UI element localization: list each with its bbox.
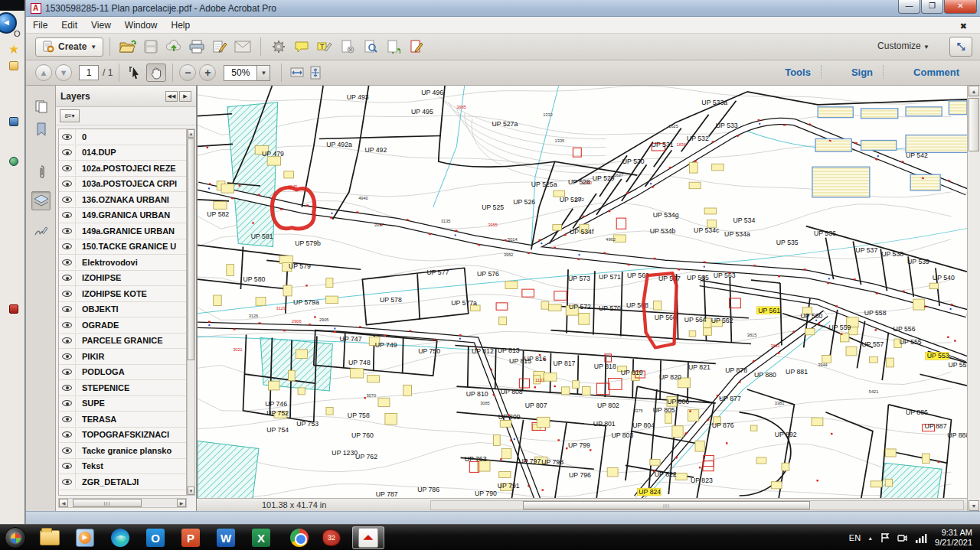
restore-button[interactable]: ❐	[921, 0, 943, 14]
layer-row[interactable]: 0	[59, 129, 186, 145]
layer-visibility-eye-icon[interactable]	[59, 365, 76, 379]
menu-view[interactable]: View	[84, 18, 118, 33]
layer-row[interactable]: Tekst	[59, 459, 186, 475]
layer-row[interactable]: 136.OZNAKA URBANI	[59, 192, 186, 208]
layer-visibility-eye-icon[interactable]	[59, 255, 76, 269]
scroll-right-icon[interactable]: ▶	[177, 499, 186, 507]
layers-horizontal-scrollbar[interactable]: ◀ III ▶	[58, 498, 187, 508]
tab-tools[interactable]: Tools	[775, 67, 821, 78]
network-plug-icon[interactable]	[897, 532, 909, 543]
comment-bubble-icon[interactable]	[290, 37, 313, 57]
layer-row[interactable]: TOPOGRAFSKIZNACI	[59, 428, 186, 444]
layers-panel-icon[interactable]	[31, 191, 51, 210]
tab-comment[interactable]: Comment	[903, 67, 969, 78]
save-button[interactable]	[139, 37, 162, 57]
doc-scroll-up-icon[interactable]: ▲	[969, 86, 979, 96]
hand-tool-button[interactable]	[146, 63, 166, 82]
reading-mode-icon[interactable]: ⤡	[949, 37, 972, 57]
layer-row[interactable]: OGRADE	[59, 317, 186, 334]
previous-page-button[interactable]: ▲	[35, 64, 52, 81]
globe-icon[interactable]	[9, 157, 18, 166]
layer-row[interactable]: 103a.POSTOJECA CRPI	[59, 177, 186, 193]
layer-visibility-eye-icon[interactable]	[59, 474, 76, 489]
layer-row[interactable]: SUPE	[59, 396, 186, 412]
taskbar-edge[interactable]	[104, 526, 136, 549]
collapse-panel-icon[interactable]: ◀◀	[165, 91, 178, 102]
fit-page-icon[interactable]	[306, 63, 325, 82]
taskbar-clock[interactable]: 9:31 AM 9/21/2021	[935, 528, 975, 548]
layer-visibility-eye-icon[interactable]	[59, 161, 76, 175]
open-file-button[interactable]	[116, 37, 139, 57]
zoom-out-button[interactable]: −	[179, 64, 196, 81]
layer-visibility-eye-icon[interactable]	[59, 459, 76, 474]
print-button[interactable]	[185, 37, 208, 57]
menu-edit[interactable]: Edit	[54, 18, 84, 33]
fit-width-icon[interactable]	[288, 63, 306, 82]
expand-panel-icon[interactable]: ▶	[179, 91, 191, 102]
titlebar[interactable]: 1530598285-11 Plan parcelacije.pdf - Ado…	[26, 0, 980, 17]
document-vertical-scrollbar[interactable]: ▲ ▼	[967, 86, 980, 511]
layer-visibility-eye-icon[interactable]	[59, 380, 76, 395]
layer-visibility-eye-icon[interactable]	[59, 192, 76, 207]
document-hscroll-thumb[interactable]: III	[523, 501, 810, 509]
bookmarks-icon[interactable]	[31, 119, 51, 138]
layer-visibility-eye-icon[interactable]	[59, 317, 76, 332]
pdf-map-canvas[interactable]: 4945494039573955395213421340133513323985…	[197, 86, 967, 498]
next-page-button[interactable]: ▼	[55, 64, 72, 81]
email-button[interactable]	[231, 37, 254, 57]
tray-expand-icon[interactable]: ▲	[867, 535, 873, 541]
taskbar-chrome[interactable]	[283, 526, 315, 549]
select-tool-icon[interactable]	[126, 63, 144, 82]
create-button[interactable]: Create▼	[35, 37, 103, 57]
layer-row[interactable]: OBJEKTI	[59, 302, 186, 318]
layer-visibility-eye-icon[interactable]	[59, 349, 76, 363]
signatures-icon[interactable]	[31, 222, 51, 241]
layer-visibility-eye-icon[interactable]	[59, 428, 76, 442]
layer-row[interactable]: 149a.GRANICE URBAN	[59, 223, 186, 239]
red-app-icon[interactable]	[9, 304, 18, 314]
minimize-button[interactable]: —	[898, 0, 920, 14]
taskbar-outlook[interactable]: O	[139, 526, 172, 549]
doc-scroll-down-icon[interactable]: ▼	[969, 500, 979, 511]
document-vscroll-thumb[interactable]	[969, 98, 979, 151]
layer-row[interactable]: IZOHIPSE	[59, 271, 186, 287]
taskbar-explorer[interactable]	[34, 526, 66, 549]
layer-visibility-eye-icon[interactable]	[59, 286, 76, 301]
zoom-in-button[interactable]: +	[199, 64, 216, 81]
layer-row[interactable]: IZOHIPSE KOTE	[59, 286, 186, 302]
layer-row[interactable]: 014.DUP	[59, 145, 186, 161]
scroll-down-icon[interactable]: ▼	[188, 487, 194, 495]
layer-visibility-eye-icon[interactable]	[59, 145, 76, 160]
layer-visibility-eye-icon[interactable]	[59, 334, 76, 348]
export-page-icon[interactable]	[382, 37, 405, 57]
computer-icon[interactable]	[9, 117, 18, 126]
layer-visibility-eye-icon[interactable]	[59, 412, 76, 426]
taskbar-powerpoint[interactable]: P	[175, 526, 207, 549]
menubar-close-icon[interactable]: ✖	[953, 19, 974, 34]
layers-vertical-scrollbar[interactable]: ▲ ▼	[187, 129, 195, 496]
layer-row[interactable]: Tacke granice plansko	[59, 443, 186, 459]
menu-window[interactable]: Window	[118, 18, 165, 33]
edit-page-icon[interactable]	[405, 37, 428, 57]
favorites-star-icon[interactable]	[9, 44, 18, 54]
layer-visibility-eye-icon[interactable]	[59, 443, 76, 457]
layer-visibility-eye-icon[interactable]	[59, 223, 76, 238]
layer-row[interactable]: Elektrovodovi	[59, 255, 186, 271]
attachments-paperclip-icon[interactable]	[31, 162, 51, 181]
layer-visibility-eye-icon[interactable]	[59, 177, 76, 191]
layers-hscroll-thumb[interactable]: III	[73, 499, 142, 507]
signal-bars-icon[interactable]	[916, 533, 928, 543]
scroll-up-icon[interactable]: ▲	[188, 129, 194, 138]
layer-row[interactable]: PIKIR	[59, 349, 186, 365]
layer-row[interactable]: STEPENICE	[59, 380, 186, 396]
action-center-flag-icon[interactable]	[880, 532, 890, 543]
layer-visibility-eye-icon[interactable]	[59, 129, 76, 144]
page-number-input[interactable]: 1	[79, 65, 99, 80]
layer-visibility-eye-icon[interactable]	[59, 396, 76, 411]
taskbar-acrobat-active[interactable]: ⏶	[352, 526, 384, 549]
close-button[interactable]: ✕	[944, 0, 977, 14]
layer-visibility-eye-icon[interactable]	[59, 239, 76, 254]
page-thumbnails-icon[interactable]	[31, 96, 51, 116]
taskbar-excel[interactable]: X	[245, 526, 277, 549]
layer-row[interactable]: 149.GRANICA URBAN	[59, 208, 186, 224]
